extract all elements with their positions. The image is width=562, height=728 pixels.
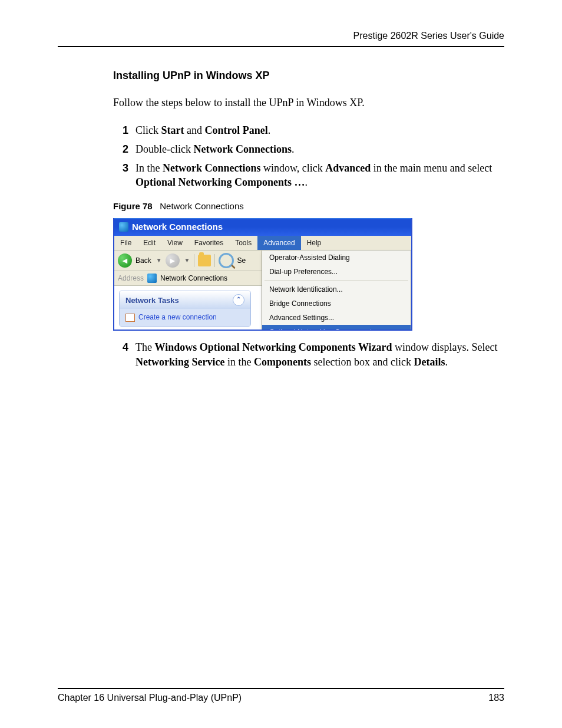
xp-sidebar-panel: Network Tasks ⌃ Create a new connection — [119, 291, 251, 326]
back-label[interactable]: Back — [135, 256, 151, 265]
forward-button-icon[interactable]: ► — [166, 253, 180, 268]
bold: Control Panel — [205, 124, 268, 136]
toolbar-separator — [214, 254, 215, 267]
menu-help[interactable]: Help — [301, 236, 328, 250]
text: . — [268, 124, 271, 136]
back-button-icon[interactable]: ◄ — [118, 253, 132, 268]
address-label: Address — [118, 274, 144, 283]
sidebar-header[interactable]: Network Tasks ⌃ — [120, 291, 250, 309]
text: window displays. Select — [392, 341, 498, 353]
figure-label: Figure 78 — [113, 201, 153, 211]
intro-paragraph: Follow the steps below to install the UP… — [113, 95, 504, 110]
network-connections-icon — [119, 222, 128, 232]
search-icon[interactable] — [219, 253, 234, 268]
section-heading: Installing UPnP in Windows XP — [113, 68, 504, 83]
text: Double-click — [135, 143, 193, 155]
up-folder-icon[interactable] — [198, 255, 211, 266]
text: window, click — [260, 162, 325, 174]
dd-advanced-settings[interactable]: Advanced Settings... — [262, 311, 411, 325]
figure-caption: Figure 78 Network Connections — [113, 200, 504, 212]
step-number: 4 — [123, 340, 128, 354]
bold: Start — [161, 124, 184, 136]
collapse-icon[interactable]: ⌃ — [233, 294, 244, 306]
step-3: In the Network Connections window, click… — [123, 161, 504, 190]
bold: Advanced — [325, 162, 371, 174]
step-2: Double-click Network Connections. — [123, 142, 504, 156]
sidebar-link-create-connection[interactable]: Create a new connection — [125, 312, 244, 322]
toolbar-separator — [194, 254, 194, 267]
footer-chapter: Chapter 16 Universal Plug-and-Play (UPnP… — [58, 693, 242, 703]
bold: Networking Service — [135, 356, 224, 368]
text: Click — [135, 124, 161, 136]
text: selection box and click — [311, 356, 414, 368]
menu-tools[interactable]: Tools — [229, 236, 257, 250]
dropdown-separator — [265, 281, 408, 281]
step-1: Click Start and Control Panel. — [123, 123, 504, 137]
address-icon — [147, 274, 157, 283]
step-list: Click Start and Control Panel. Double-cl… — [123, 123, 504, 190]
footer-rule — [58, 688, 504, 689]
bold: Network Connections — [163, 162, 261, 174]
dd-operator-assisted[interactable]: Operator-Assisted Dialing — [262, 251, 411, 265]
new-connection-icon — [125, 314, 135, 322]
menu-advanced[interactable]: Advanced — [257, 236, 300, 250]
bold: Windows Optional Networking Components W… — [154, 341, 392, 353]
text: in the main menu and select — [371, 162, 492, 174]
text: The — [135, 341, 154, 353]
xp-title: Network Connections — [132, 221, 223, 233]
dd-dialup-preferences[interactable]: Dial-up Preferences... — [262, 265, 411, 279]
menu-favorites[interactable]: Favorites — [189, 236, 229, 250]
address-value[interactable]: Network Connections — [160, 274, 227, 283]
menu-file[interactable]: File — [114, 236, 137, 250]
menu-view[interactable]: View — [161, 236, 189, 250]
page-footer: Chapter 16 Universal Plug-and-Play (UPnP… — [58, 688, 504, 703]
xp-menubar: File Edit View Favorites Tools Advanced … — [114, 236, 411, 251]
sidebar-body: Create a new connection — [120, 309, 250, 325]
footer-page-number: 183 — [488, 693, 504, 703]
menu-edit[interactable]: Edit — [137, 236, 161, 250]
dd-network-identification[interactable]: Network Identification... — [262, 282, 411, 297]
sidebar-title: Network Tasks — [125, 295, 179, 306]
text: . — [305, 176, 308, 188]
chevron-down-icon[interactable]: ▼ — [184, 256, 190, 265]
bold: Network Connections — [193, 143, 292, 155]
search-label[interactable]: Se — [237, 256, 246, 265]
bold: Optional Networking Components … — [135, 176, 305, 188]
document-page: Prestige 2602R Series User's Guide Insta… — [0, 0, 562, 728]
text: . — [292, 143, 295, 155]
chevron-down-icon[interactable]: ▼ — [156, 256, 162, 265]
link-label: Create a new connection — [138, 312, 217, 322]
figure-title: Network Connections — [160, 201, 244, 211]
advanced-dropdown: Operator-Assisted Dialing Dial-up Prefer… — [262, 251, 411, 331]
main-content: Installing UPnP in Windows XP Follow the… — [113, 68, 504, 369]
text: In the — [135, 162, 163, 174]
text: . — [445, 356, 448, 368]
bold: Details — [414, 356, 445, 368]
running-header: Prestige 2602R Series User's Guide — [58, 31, 504, 46]
step-4: 4 The Windows Optional Networking Compon… — [123, 340, 504, 369]
dd-bridge-connections[interactable]: Bridge Connections — [262, 297, 411, 311]
bold: Components — [254, 356, 311, 368]
xp-titlebar[interactable]: Network Connections — [114, 218, 411, 236]
text: and — [184, 124, 205, 136]
text: in the — [224, 356, 254, 368]
xp-window: Network Connections File Edit View Favor… — [113, 218, 412, 331]
dd-optional-networking-components[interactable]: Optional Networking Components... — [262, 325, 411, 331]
header-rule — [58, 46, 504, 47]
